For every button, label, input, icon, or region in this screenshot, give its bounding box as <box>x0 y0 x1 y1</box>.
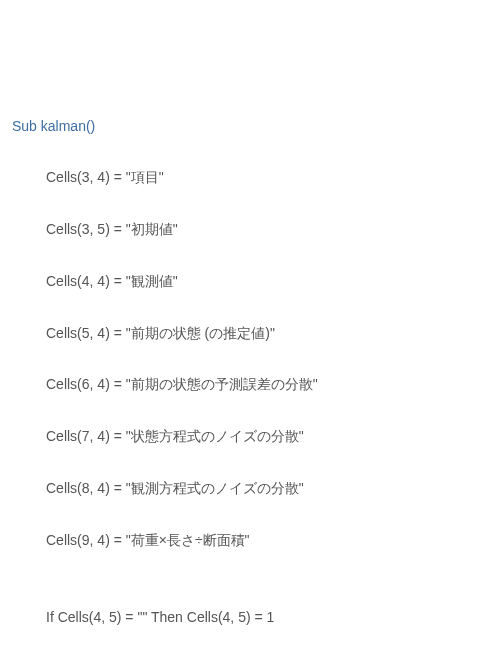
code-line: Cells(8, 4) = "観測方程式のノイズの分散" <box>12 476 490 502</box>
code-line: Cells(5, 4) = "前期の状態 (の推定値)" <box>12 321 490 347</box>
code-line: Cells(9, 4) = "荷重×長さ÷断面積" <box>12 528 490 554</box>
code-line: Sub kalman() <box>12 114 490 140</box>
code-line: Cells(3, 5) = "初期値" <box>12 217 490 243</box>
code-line: Cells(3, 4) = "項目" <box>12 165 490 191</box>
code-line: Cells(7, 4) = "状態方程式のノイズの分散" <box>12 424 490 450</box>
code-line: Cells(4, 4) = "観測値" <box>12 269 490 295</box>
code-line: If Cells(4, 5) = "" Then Cells(4, 5) = 1 <box>12 605 490 631</box>
code-line: Cells(6, 4) = "前期の状態の予測誤差の分散" <box>12 372 490 398</box>
